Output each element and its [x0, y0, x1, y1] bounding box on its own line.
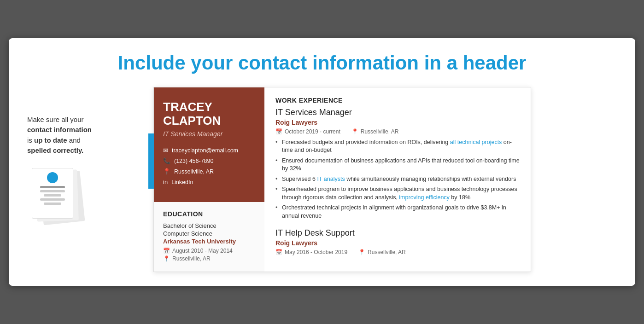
bullet-3: Supervised 6 IT analysts while simultane… [275, 175, 520, 184]
resume-name: TRACEY CLAPTON [163, 100, 255, 128]
illus-line-2 [40, 190, 64, 192]
resume-job-title: IT Services Manager [163, 130, 255, 138]
education-section-title: EDUCATION [163, 210, 255, 218]
contact-phone: (123) 456-7890 [174, 158, 213, 164]
illus-line-4 [40, 198, 64, 201]
job1-meta: 📅 October 2019 - current 📍 Russellville,… [275, 128, 520, 135]
illus-line-5 [44, 202, 61, 205]
contact-linkedin-item: in LinkedIn [163, 179, 255, 185]
job1-employer: Roig Lawyers [275, 119, 520, 126]
contact-email: traceyclapton@email.com [172, 147, 238, 154]
edu-location: 📍 Russellville, AR [163, 255, 255, 262]
edu-dates: 📅 August 2010 - May 2014 [163, 248, 255, 254]
calendar-icon: 📅 [163, 248, 170, 254]
edu-school: Arkansas Tech University [163, 238, 255, 245]
contact-location: Russellville, AR [174, 168, 214, 175]
resume-right-column: WORK EXPERIENCE IT Services Manager Roig… [264, 87, 531, 272]
contact-phone-item: 📞 (123) 456-7890 [163, 157, 255, 164]
main-frame: Include your contact information in a he… [9, 38, 635, 286]
bullet-1: Forecasted budgets and provided informat… [275, 139, 520, 155]
edu-degree: Bachelor of Science [163, 222, 255, 229]
phone-icon: 📞 [163, 157, 170, 164]
bullet-5: Orchestrated technical projects in align… [275, 204, 520, 220]
contact-location-item: 📍 Russellville, AR [163, 168, 255, 175]
resume-preview: TRACEY CLAPTON IT Services Manager ✉ tra… [153, 87, 531, 272]
linkedin-icon: in [163, 179, 168, 185]
illus-line-3 [44, 194, 61, 197]
job1-title: IT Services Manager [275, 108, 520, 117]
contact-email-item: ✉ traceyclapton@email.com [163, 147, 255, 154]
education-section: EDUCATION Bachelor of Science Computer S… [154, 202, 264, 272]
tip-bold-spelled: spelled correctly. [27, 146, 83, 154]
job2-title: IT Help Desk Support [275, 228, 520, 238]
job2-location: Russellville, AR [368, 249, 406, 255]
job2-employer: Roig Lawyers [275, 239, 520, 247]
content-area: Make sure all your contact information i… [27, 87, 617, 272]
bullet-2: Ensured documentation of business applic… [275, 157, 520, 173]
edu-location-icon: 📍 [163, 255, 170, 262]
resume-illustration [27, 168, 92, 214]
contact-linkedin: LinkedIn [171, 179, 193, 185]
job1-location-item: 📍 Russellville, AR [351, 128, 399, 135]
tip-text: Make sure all your contact information i… [27, 115, 142, 156]
illus-card-front [32, 168, 73, 219]
illus-line-1 [40, 186, 64, 188]
job2-calendar-icon: 📅 [275, 249, 282, 255]
job1-location-icon: 📍 [351, 128, 358, 135]
job1-dates-item: 📅 October 2019 - current [275, 128, 340, 135]
job1-location: Russellville, AR [361, 128, 399, 135]
job2-dates-item: 📅 May 2016 - October 2019 [275, 249, 347, 255]
job1-dates: October 2019 - current [285, 128, 340, 135]
job1-bullets: Forecasted budgets and provided informat… [275, 139, 520, 220]
illus-avatar [47, 172, 58, 183]
accent-bar [148, 133, 154, 189]
page-title: Include your contact information in a he… [27, 52, 617, 74]
tip-bold-uptodate: up to date [34, 136, 67, 144]
location-icon: 📍 [163, 168, 170, 175]
resume-header: TRACEY CLAPTON IT Services Manager ✉ tra… [154, 87, 264, 202]
job1-calendar-icon: 📅 [275, 128, 282, 135]
bullet-4: Spearheaded program to improve business … [275, 185, 520, 202]
left-panel: Make sure all your contact information i… [27, 87, 142, 214]
work-section-title: WORK EXPERIENCE [275, 97, 520, 104]
job2-dates: May 2016 - October 2019 [285, 249, 347, 255]
edu-field: Computer Science [163, 230, 255, 237]
job2-meta: 📅 May 2016 - October 2019 📍 Russellville… [275, 249, 520, 255]
job2-location-icon: 📍 [358, 249, 365, 255]
tip-bold-contact: contact information [27, 126, 92, 133]
job2-location-item: 📍 Russellville, AR [358, 249, 406, 255]
email-icon: ✉ [163, 147, 168, 154]
